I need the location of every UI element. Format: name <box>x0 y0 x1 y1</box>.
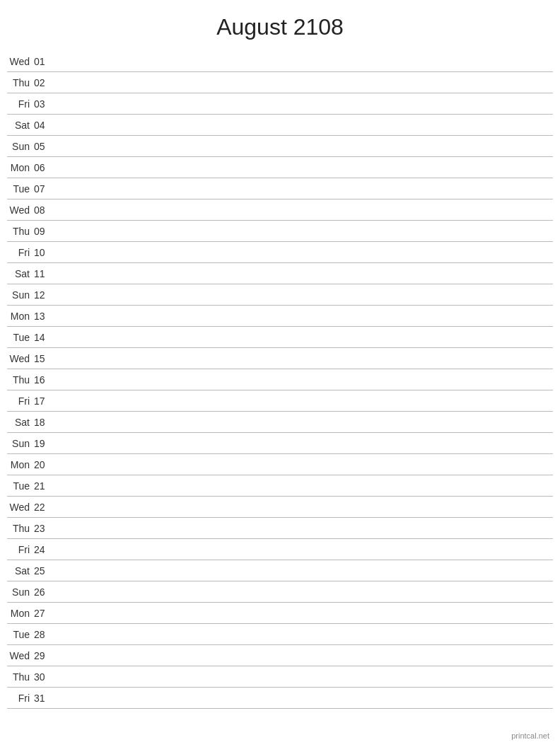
table-row: Sun26 <box>7 581 553 603</box>
day-line <box>54 252 553 253</box>
day-number: 19 <box>34 438 54 449</box>
table-row: Sat11 <box>7 263 553 284</box>
table-row: Wed22 <box>7 497 553 518</box>
day-line <box>54 464 553 465</box>
table-row: Fri17 <box>7 390 553 412</box>
day-name: Sat <box>7 268 34 279</box>
day-number: 07 <box>34 183 54 195</box>
day-name: Sun <box>7 141 34 152</box>
day-line <box>54 82 553 83</box>
day-line <box>54 103 553 104</box>
day-number: 13 <box>34 311 54 322</box>
table-row: Wed29 <box>7 645 553 666</box>
day-name: Wed <box>7 56 34 67</box>
table-row: Thu02 <box>7 72 553 93</box>
day-number: 04 <box>34 120 54 131</box>
table-row: Wed08 <box>7 199 553 221</box>
day-name: Mon <box>7 162 34 173</box>
day-number: 31 <box>34 693 54 704</box>
day-number: 11 <box>34 268 54 279</box>
table-row: Tue21 <box>7 475 553 497</box>
day-line <box>54 422 553 422</box>
day-number: 15 <box>34 353 54 364</box>
day-name: Mon <box>7 459 34 470</box>
day-number: 29 <box>34 650 54 661</box>
table-row: Tue14 <box>7 327 553 348</box>
day-number: 27 <box>34 608 54 619</box>
table-row: Mon27 <box>7 603 553 624</box>
table-row: Sun12 <box>7 284 553 306</box>
day-number: 09 <box>34 226 54 237</box>
day-line <box>54 485 553 486</box>
day-name: Sat <box>7 417 34 428</box>
day-name: Mon <box>7 608 34 619</box>
day-name: Wed <box>7 502 34 513</box>
day-name: Thu <box>7 77 34 88</box>
day-number: 14 <box>34 332 54 343</box>
day-line <box>54 379 553 380</box>
day-line <box>54 188 553 189</box>
day-name: Fri <box>7 693 34 704</box>
day-number: 28 <box>34 629 54 640</box>
table-row: Fri10 <box>7 242 553 263</box>
day-number: 20 <box>34 459 54 470</box>
day-number: 24 <box>34 544 54 555</box>
day-name: Thu <box>7 226 34 237</box>
day-name: Thu <box>7 374 34 386</box>
day-line <box>54 61 553 62</box>
day-line <box>54 294 553 295</box>
day-line <box>54 358 553 359</box>
day-line <box>54 273 553 274</box>
day-line <box>54 655 553 656</box>
day-line <box>54 506 553 507</box>
table-row: Thu30 <box>7 666 553 688</box>
day-name: Wed <box>7 650 34 661</box>
day-number: 25 <box>34 565 54 577</box>
day-line <box>54 613 553 613</box>
table-row: Tue07 <box>7 178 553 199</box>
day-number: 05 <box>34 141 54 152</box>
day-name: Sat <box>7 565 34 577</box>
day-line <box>54 124 553 125</box>
table-row: Thu09 <box>7 221 553 242</box>
day-name: Fri <box>7 544 34 555</box>
day-line <box>54 676 553 677</box>
day-line <box>54 443 553 444</box>
day-number: 08 <box>34 204 54 216</box>
day-line <box>54 209 553 210</box>
table-row: Sun19 <box>7 433 553 454</box>
day-line <box>54 337 553 337</box>
day-line <box>54 167 553 168</box>
day-number: 03 <box>34 98 54 110</box>
day-name: Sun <box>7 438 34 449</box>
day-name: Fri <box>7 98 34 110</box>
table-row: Mon06 <box>7 157 553 178</box>
day-line <box>54 528 553 528</box>
calendar-container: Wed01Thu02Fri03Sat04Sun05Mon06Tue07Wed08… <box>0 51 560 709</box>
day-name: Thu <box>7 671 34 683</box>
day-line <box>54 146 553 146</box>
day-number: 10 <box>34 247 54 258</box>
day-line <box>54 591 553 592</box>
day-name: Sun <box>7 586 34 598</box>
table-row: Mon20 <box>7 454 553 475</box>
table-row: Fri31 <box>7 688 553 709</box>
day-number: 16 <box>34 374 54 386</box>
day-number: 30 <box>34 671 54 683</box>
day-name: Fri <box>7 247 34 258</box>
table-row: Sat04 <box>7 115 553 136</box>
day-number: 23 <box>34 523 54 534</box>
page-title: August 2108 <box>0 0 560 51</box>
day-name: Tue <box>7 629 34 640</box>
day-line <box>54 634 553 635</box>
day-number: 26 <box>34 586 54 598</box>
table-row: Thu16 <box>7 369 553 390</box>
day-line <box>54 231 553 231</box>
day-name: Thu <box>7 523 34 534</box>
day-line <box>54 570 553 571</box>
day-name: Tue <box>7 332 34 343</box>
day-number: 01 <box>34 56 54 67</box>
day-number: 22 <box>34 502 54 513</box>
table-row: Fri03 <box>7 93 553 115</box>
day-line <box>54 315 553 316</box>
